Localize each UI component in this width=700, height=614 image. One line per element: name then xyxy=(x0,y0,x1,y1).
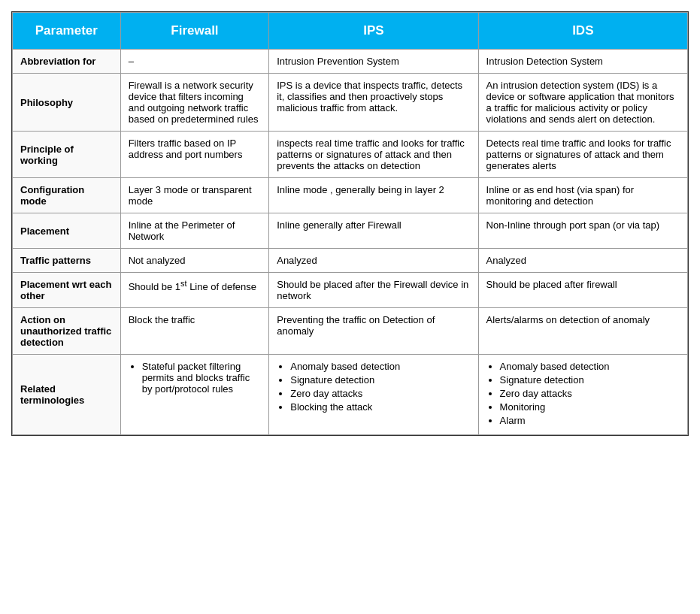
list-item: Anomaly based detection xyxy=(500,361,680,372)
list-item: Zero day attacks xyxy=(290,388,470,399)
list-item: Anomaly based detection xyxy=(290,361,470,372)
firewall-cell: Filters traffic based on IP address and … xyxy=(120,132,269,178)
param-cell: Traffic patterns xyxy=(13,249,121,273)
ids-cell: An intrusion detection system (IDS) is a… xyxy=(478,74,687,132)
param-cell: Principle of working xyxy=(13,132,121,178)
ids-cell: Anomaly based detectionSignature detecti… xyxy=(478,355,687,435)
comparison-table: Parameter Firewall IPS IDS Abbreviation … xyxy=(11,11,689,436)
ips-cell: inspects real time traffic and looks for… xyxy=(269,132,478,178)
ids-cell: Alerts/alarms on detection of anomaly xyxy=(478,308,687,355)
list-item: Stateful packet filtering permits and bl… xyxy=(142,361,262,395)
param-cell: Abbreviation for xyxy=(13,50,121,74)
ids-cell: Intrusion Detection System xyxy=(478,50,687,74)
ids-cell: Detects real time traffic and looks for … xyxy=(478,132,687,178)
list-item: Blocking the attack xyxy=(290,401,470,413)
param-cell: Placement wrt each other xyxy=(13,273,121,308)
ips-cell: IPS is a device that inspects traffic, d… xyxy=(269,74,478,132)
ips-cell: Intrusion Prevention System xyxy=(269,50,478,74)
header-parameter: Parameter xyxy=(13,13,121,50)
firewall-cell: Not analyzed xyxy=(120,249,269,273)
ids-cell: Analyzed xyxy=(478,249,687,273)
ids-cell: Should be placed after firewall xyxy=(478,273,687,308)
ips-cell: Anomaly based detectionSignature detecti… xyxy=(269,355,478,435)
list-item: Signature detection xyxy=(290,374,470,386)
ids-cell: Inline or as end host (via span) for mon… xyxy=(478,178,687,213)
ips-cell: Inline generally after Firewall xyxy=(269,213,478,249)
ips-cell: Should be placed after the Firewall devi… xyxy=(269,273,478,308)
firewall-cell: Should be 1st Line of defense xyxy=(120,273,269,308)
list-item: Signature detection xyxy=(500,374,680,386)
header-firewall: Firewall xyxy=(120,13,269,50)
firewall-cell: Layer 3 mode or transparent mode xyxy=(120,178,269,213)
firewall-cell: Stateful packet filtering permits and bl… xyxy=(120,355,269,435)
list-item: Monitoring xyxy=(500,401,680,413)
ips-cell: Inline mode , generally being in layer 2 xyxy=(269,178,478,213)
ips-cell: Analyzed xyxy=(269,249,478,273)
firewall-cell: Firewall is a network security device th… xyxy=(120,74,269,132)
param-cell: Related terminologies xyxy=(13,355,121,435)
list-item: Zero day attacks xyxy=(500,388,680,399)
firewall-cell: Inline at the Perimeter of Network xyxy=(120,213,269,249)
ips-cell: Preventing the traffic on Detection of a… xyxy=(269,308,478,355)
header-ids: IDS xyxy=(478,13,687,50)
ids-cell: Non-Inline through port span (or via tap… xyxy=(478,213,687,249)
firewall-cell: Block the traffic xyxy=(120,308,269,355)
list-item: Alarm xyxy=(500,415,680,426)
param-cell: Philosophy xyxy=(13,74,121,132)
firewall-cell: – xyxy=(120,50,269,74)
param-cell: Action on unauthorized traffic detection xyxy=(13,308,121,355)
param-cell: Configuration mode xyxy=(13,178,121,213)
header-ips: IPS xyxy=(269,13,478,50)
param-cell: Placement xyxy=(13,213,121,249)
